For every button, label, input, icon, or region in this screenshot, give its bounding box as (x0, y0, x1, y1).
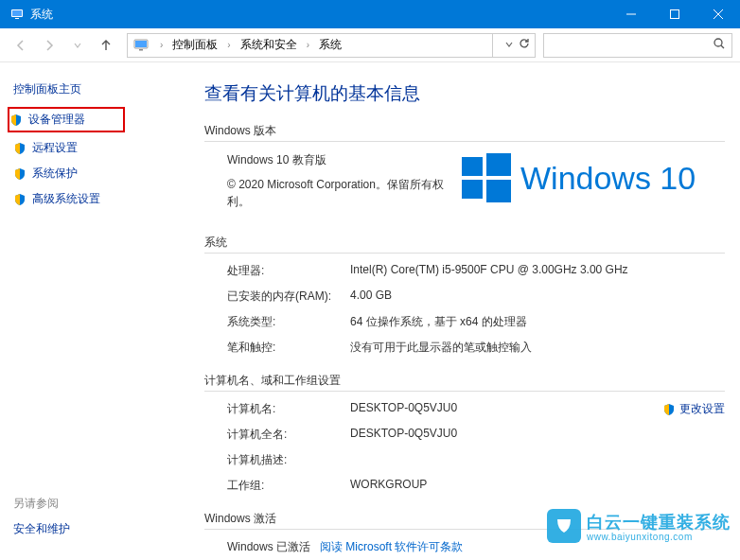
close-button[interactable] (696, 0, 740, 28)
change-settings-label: 更改设置 (679, 401, 725, 417)
minimize-button[interactable] (609, 0, 653, 28)
system-header: 系统 (204, 235, 725, 251)
shield-icon (13, 193, 26, 206)
monitor-icon (133, 38, 149, 53)
up-button[interactable] (93, 32, 119, 59)
sidebar-item-label: 远程设置 (32, 140, 78, 156)
svg-rect-4 (671, 10, 679, 19)
sidebar-item-remote[interactable]: 远程设置 (13, 140, 189, 156)
divider (204, 391, 725, 392)
change-settings-link[interactable]: 更改设置 (662, 401, 725, 417)
svg-rect-8 (135, 41, 147, 47)
info-label: 已安装的内存(RAM): (227, 289, 350, 305)
info-label: 工作组: (227, 478, 350, 494)
info-value: WORKGROUP (350, 478, 725, 494)
divider (204, 529, 725, 530)
info-value: 没有可用于此显示器的笔或触控输入 (350, 340, 725, 356)
shield-icon (9, 114, 23, 127)
refresh-button[interactable] (518, 37, 531, 53)
svg-line-11 (721, 45, 724, 48)
breadcrumb-control-panel[interactable]: 控制面板 (168, 37, 221, 53)
titlebar: 系统 (0, 0, 740, 28)
svg-rect-12 (462, 157, 483, 176)
divider (204, 253, 725, 254)
search-input[interactable] (543, 33, 732, 58)
breadcrumb-system-security[interactable]: 系统和安全 (237, 37, 301, 53)
svg-rect-1 (12, 10, 22, 16)
copyright: © 2020 Microsoft Corporation。保留所有权利。 (227, 176, 460, 210)
info-row-processor: 处理器: Intel(R) Core(TM) i5-9500F CPU @ 3.… (227, 263, 725, 279)
info-row-full-name: 计算机全名: DESKTOP-0Q5VJU0 (227, 427, 725, 443)
info-row-workgroup: 工作组: WORKGROUP (227, 478, 725, 494)
info-label: 笔和触控: (227, 340, 350, 356)
activation-header: Windows 激活 (204, 511, 725, 527)
svg-rect-9 (139, 49, 143, 51)
sidebar-item-advanced[interactable]: 高级系统设置 (13, 191, 189, 207)
edition-header: Windows 版本 (204, 123, 725, 139)
info-row-system-type: 系统类型: 64 位操作系统，基于 x64 的处理器 (227, 314, 725, 330)
shield-icon (13, 167, 26, 181)
info-label: 系统类型: (227, 314, 350, 330)
divider (204, 141, 725, 142)
sidebar-item-label: 高级系统设置 (32, 191, 100, 207)
license-terms-link[interactable]: 阅读 Microsoft 软件许可条款 (320, 540, 463, 553)
windows-logo-text: Windows 10 (520, 160, 696, 197)
windows-logo: Windows 10 (460, 151, 725, 204)
svg-point-10 (714, 39, 722, 46)
svg-rect-2 (15, 18, 19, 19)
info-value: 4.00 GB (350, 289, 725, 305)
info-row-ram: 已安装的内存(RAM): 4.00 GB (227, 289, 725, 305)
info-row-description: 计算机描述: (227, 452, 725, 468)
breadcrumb-dropdown[interactable] (504, 39, 514, 52)
sidebar-item-label: 设备管理器 (28, 112, 85, 128)
main-panel: 查看有关计算机的基本信息 Windows 版本 Windows 10 教育版 ©… (189, 62, 740, 560)
search-icon (713, 37, 726, 54)
breadcrumb[interactable]: › 控制面板 › 系统和安全 › 系统 (127, 33, 536, 58)
info-value (350, 452, 725, 468)
svg-rect-15 (486, 180, 511, 202)
window-title: 系统 (30, 7, 609, 23)
info-value: DESKTOP-0Q5VJU0 (350, 427, 725, 443)
navbar: › 控制面板 › 系统和安全 › 系统 (0, 28, 740, 62)
sidebar-item-protection[interactable]: 系统保护 (13, 166, 189, 182)
chevron-right-icon[interactable]: › (301, 40, 315, 50)
info-row-pen-touch: 笔和触控: 没有可用于此显示器的笔或触控输入 (227, 340, 725, 356)
svg-rect-13 (486, 153, 511, 176)
chevron-right-icon[interactable]: › (221, 40, 236, 50)
back-button[interactable] (8, 32, 34, 59)
info-label: 计算机全名: (227, 427, 350, 443)
shield-icon (13, 142, 26, 155)
sidebar-item-label: 系统保护 (32, 166, 78, 182)
edition-name: Windows 10 教育版 (227, 151, 460, 168)
recent-dropdown[interactable] (64, 32, 91, 59)
computer-header: 计算机名、域和工作组设置 (204, 373, 725, 389)
system-icon (9, 7, 25, 22)
activation-status: Windows 已激活 (227, 540, 310, 553)
svg-rect-14 (462, 180, 483, 199)
info-value: DESKTOP-0Q5VJU0 (350, 401, 662, 417)
info-label: 处理器: (227, 263, 350, 279)
sidebar: 控制面板主页 设备管理器 远程设置 系统保护 高级系统设置 (0, 62, 189, 560)
forward-button[interactable] (36, 32, 62, 59)
breadcrumb-system[interactable]: 系统 (315, 37, 345, 53)
page-title: 查看有关计算机的基本信息 (204, 81, 725, 106)
info-row-computer-name: 计算机名: DESKTOP-0Q5VJU0 更改设置 (227, 401, 725, 417)
shield-icon (662, 403, 676, 416)
info-label: 计算机名: (227, 401, 350, 417)
sidebar-footer-link[interactable]: 安全和维护 (13, 521, 70, 537)
sidebar-home[interactable]: 控制面板主页 (13, 81, 189, 97)
sidebar-item-device-manager[interactable]: 设备管理器 (8, 107, 125, 132)
chevron-right-icon[interactable]: › (154, 40, 168, 50)
info-value: 64 位操作系统，基于 x64 的处理器 (350, 314, 725, 330)
info-label: 计算机描述: (227, 452, 350, 468)
sidebar-footer-heading: 另请参阅 (13, 496, 70, 512)
info-value: Intel(R) Core(TM) i5-9500F CPU @ 3.00GHz… (350, 263, 725, 279)
maximize-button[interactable] (653, 0, 696, 28)
